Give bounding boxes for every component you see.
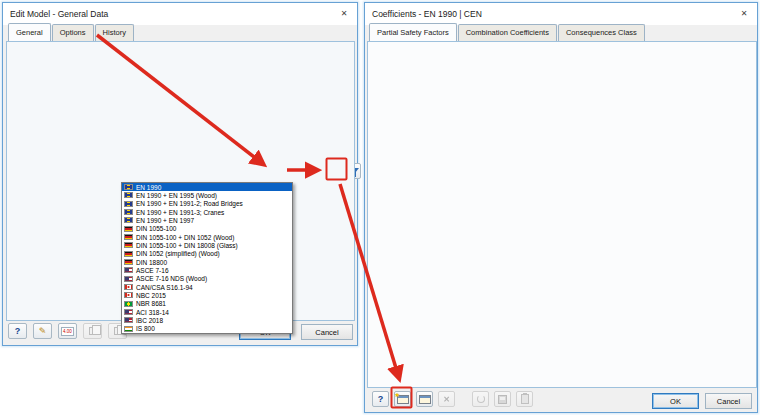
us-flag-icon xyxy=(124,276,133,282)
standard-option[interactable]: EN 1990 + EN 1991-3; Cranes xyxy=(122,208,292,216)
standard-option[interactable]: IBC 2018 xyxy=(122,316,292,324)
standard-option-label: DIN 1052 (simplified) (Wood) xyxy=(136,250,220,257)
edit-model-dialog: Edit Model - General Data ✕ General Opti… xyxy=(2,2,358,346)
new-annex-button[interactable]: ★ xyxy=(394,391,411,407)
standard-option-label: EN 1990 + EN 1997 xyxy=(136,217,194,224)
standard-option[interactable]: EN 1990 xyxy=(122,183,292,191)
tab-general[interactable]: General xyxy=(8,23,51,41)
close-icon[interactable]: ✕ xyxy=(736,7,752,21)
standard-option-label: ASCE 7-16 xyxy=(136,267,169,274)
coefficients-dialog: Coefficients - EN 1990 | CEN ✕ Partial S… xyxy=(364,2,758,413)
cancel-button[interactable]: Cancel xyxy=(301,324,353,340)
save-disk-icon xyxy=(498,395,507,404)
standard-option[interactable]: DIN 1055-100 + DIN 1052 (Wood) xyxy=(122,233,292,241)
standard-option-label: IS 800 xyxy=(136,325,155,332)
standard-option[interactable]: ASCE 7-16 NDS (Wood) xyxy=(122,275,292,283)
eu-flag-icon xyxy=(124,209,133,215)
standard-option[interactable]: EN 1990 + EN 1991-2; Road Bridges xyxy=(122,200,292,208)
eu-flag-icon xyxy=(124,192,133,198)
standard-option-label: DIN 1055-100 + DIN 18008 (Glass) xyxy=(136,242,238,249)
reset-icon xyxy=(477,395,485,403)
eu-flag-icon xyxy=(124,201,133,207)
tab-combination-coefficients[interactable]: Combination Coefficients xyxy=(458,24,557,41)
standard-option-label: EN 1990 + EN 1991-3; Cranes xyxy=(136,209,224,216)
de-flag-icon xyxy=(124,234,133,240)
help-icon: ? xyxy=(15,326,21,336)
edit-model-titlebar: Edit Model - General Data xyxy=(3,3,357,25)
delete-icon: ✕ xyxy=(443,395,450,404)
pencil-icon: ✎ xyxy=(39,326,47,336)
copy-model-button[interactable] xyxy=(83,323,102,339)
tab-options[interactable]: Options xyxy=(52,24,94,41)
standard-option-label: DIN 1055-100 xyxy=(136,225,176,232)
standard-option[interactable]: DIN 1055-100 xyxy=(122,225,292,233)
ok-button[interactable]: OK xyxy=(652,393,699,409)
standard-option[interactable]: DIN 1052 (simplified) (Wood) xyxy=(122,250,292,258)
coefficients-title: Coefficients - EN 1990 | CEN xyxy=(372,9,482,19)
standard-option[interactable]: EN 1990 + EN 1997 xyxy=(122,216,292,224)
standard-option-label: EN 1990 + EN 1995 (Wood) xyxy=(136,192,217,199)
standard-option[interactable]: ASCE 7-16 xyxy=(122,266,292,274)
delete-annex-button[interactable]: ✕ xyxy=(438,391,455,407)
us-flag-icon xyxy=(124,309,133,315)
edit-model-title: Edit Model - General Data xyxy=(10,9,108,19)
de-flag-icon xyxy=(124,242,133,248)
in-flag-icon xyxy=(124,326,133,332)
de-flag-icon xyxy=(124,226,133,232)
cancel-button[interactable]: Cancel xyxy=(705,393,752,409)
us-flag-icon xyxy=(124,317,133,323)
standard-option-label: IBC 2018 xyxy=(136,317,163,324)
standard-option[interactable]: IS 800 xyxy=(122,325,292,333)
standard-option-label: ACI 318-14 xyxy=(136,309,169,316)
clipboard-icon xyxy=(521,394,529,404)
us-flag-icon xyxy=(124,267,133,273)
standard-option-label: DIN 18800 xyxy=(136,259,167,266)
standard-option[interactable]: NBR 8681 xyxy=(122,300,292,308)
br-flag-icon xyxy=(124,301,133,307)
de-flag-icon xyxy=(124,259,133,265)
standard-option-label: CAN/CSA S16.1-94 xyxy=(136,284,193,291)
standards-dropdown-list: EN 1990EN 1990 + EN 1995 (Wood)EN 1990 +… xyxy=(121,182,293,334)
standard-option-label: EN 1990 + EN 1991-2; Road Bridges xyxy=(136,200,243,207)
edit-comment-button[interactable]: ✎ xyxy=(33,323,52,339)
standard-option-label: NBC 2015 xyxy=(136,292,166,299)
psf-tab-page xyxy=(367,41,757,388)
coefficients-titlebar: Coefficients - EN 1990 | CEN xyxy=(365,3,757,25)
tab-partial-safety-factors[interactable]: Partial Safety Factors xyxy=(369,23,457,41)
units-icon: 4.00 xyxy=(61,327,74,336)
reset-button[interactable] xyxy=(472,391,489,407)
tab-history[interactable]: History xyxy=(95,24,134,41)
standard-option[interactable]: DIN 18800 xyxy=(122,258,292,266)
units-button[interactable]: 4.00 xyxy=(58,323,77,339)
eu-flag-icon xyxy=(124,184,133,190)
copy-sheets-icon xyxy=(114,327,121,335)
ca-flag-icon xyxy=(124,292,133,298)
annex-window-icon xyxy=(419,395,431,404)
clipboard-button[interactable] xyxy=(516,391,533,407)
help-button[interactable]: ? xyxy=(8,323,27,339)
star-icon: ★ xyxy=(395,391,400,398)
tab-consequences-class[interactable]: Consequences Class xyxy=(558,24,645,41)
standard-option-label: EN 1990 xyxy=(136,184,161,191)
ca-flag-icon xyxy=(124,284,133,290)
standard-option[interactable]: NBC 2015 xyxy=(122,291,292,299)
standard-option[interactable]: EN 1990 + EN 1995 (Wood) xyxy=(122,191,292,199)
edit-annex-button[interactable] xyxy=(416,391,433,407)
standard-option[interactable]: CAN/CSA S16.1-94 xyxy=(122,283,292,291)
save-button[interactable] xyxy=(494,391,511,407)
standard-option[interactable]: DIN 1055-100 + DIN 18008 (Glass) xyxy=(122,241,292,249)
help-button[interactable]: ? xyxy=(372,391,389,407)
de-flag-icon xyxy=(124,251,133,257)
standard-option-label: NBR 8681 xyxy=(136,300,166,307)
eu-flag-icon xyxy=(124,217,133,223)
help-icon: ? xyxy=(378,394,384,404)
standard-option[interactable]: ACI 318-14 xyxy=(122,308,292,316)
standard-option-label: ASCE 7-16 NDS (Wood) xyxy=(136,275,207,282)
standard-option-label: DIN 1055-100 + DIN 1052 (Wood) xyxy=(136,234,234,241)
new-annex-icon: ★ xyxy=(397,395,409,404)
copy-sheets-icon xyxy=(89,327,96,335)
close-icon[interactable]: ✕ xyxy=(336,7,352,21)
